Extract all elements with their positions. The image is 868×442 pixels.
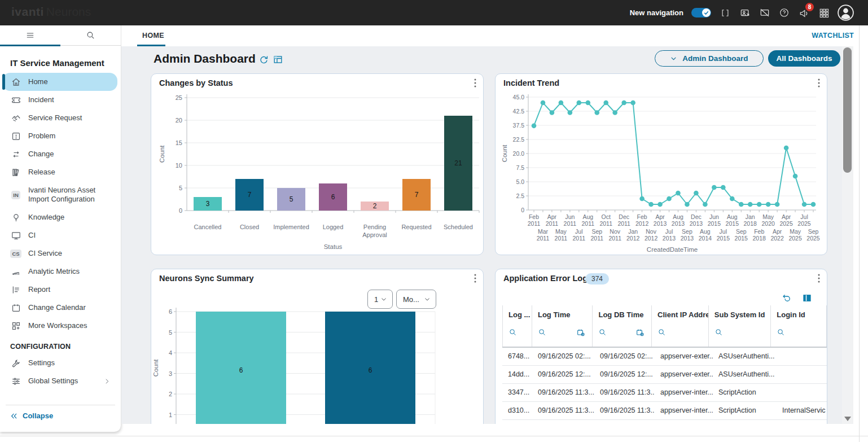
column-search-icon[interactable] xyxy=(508,328,517,338)
column-header[interactable]: Log DB Time xyxy=(593,305,652,347)
sidebar-item-knowledge[interactable]: Knowledge xyxy=(2,208,117,226)
menu-hamburger-icon[interactable] xyxy=(0,25,60,45)
sidebar-item-global-settings[interactable]: Global Settings xyxy=(2,372,117,390)
refresh-dashboard-icon[interactable] xyxy=(258,54,270,65)
sidebar-item-release[interactable]: Release xyxy=(2,163,117,181)
sidebar-item-label: Global Settings xyxy=(28,377,81,386)
sidebar-item-change-calendar[interactable]: Change Calendar xyxy=(2,299,117,317)
sidebar-search-icon[interactable] xyxy=(60,25,121,45)
sidebar-item-ivanti-neurons-asset-import-configuration[interactable]: INIvanti Neurons Asset Import Configurat… xyxy=(2,181,117,208)
watchlist-link[interactable]: WATCHLIST xyxy=(812,32,854,40)
sidebar-item-ci[interactable]: CI xyxy=(2,226,117,244)
column-chooser-icon[interactable] xyxy=(802,293,813,304)
card-menu-icon[interactable] xyxy=(471,273,480,284)
table-row[interactable] xyxy=(502,420,827,425)
sidebar-item-more-workspaces[interactable]: More Workspaces xyxy=(2,317,117,335)
sidebar-item-label: Release xyxy=(28,168,59,177)
sidebar-item-label: Ivanti Neurons Asset Import Configuratio… xyxy=(28,186,117,204)
svg-text:Aug: Aug xyxy=(727,213,738,220)
sidebar-item-problem[interactable]: Problem xyxy=(2,127,117,145)
sidebar-item-ci-service[interactable]: CSCI Service xyxy=(2,244,117,262)
svg-text:Jul: Jul xyxy=(800,213,808,220)
user-avatar[interactable] xyxy=(838,5,854,21)
table-cell: appserver-inter... xyxy=(655,406,713,414)
svg-text:2012: 2012 xyxy=(645,235,658,242)
column-header-label: Log Time xyxy=(538,310,571,319)
fullscreen-icon[interactable] xyxy=(719,7,731,19)
scrollbar-thumb[interactable] xyxy=(843,47,852,173)
table-cell: ScriptAction xyxy=(713,388,777,396)
app-grid-icon[interactable] xyxy=(818,7,830,19)
svg-text:20: 20 xyxy=(176,117,182,124)
logo-neurons: Neurons xyxy=(46,5,91,18)
column-header[interactable]: Sub System Id xyxy=(709,305,771,347)
sidebar-item-settings[interactable]: Settings xyxy=(2,354,117,372)
card-menu-icon[interactable] xyxy=(471,77,480,89)
svg-text:Sep: Sep xyxy=(682,228,692,235)
svg-text:2011: 2011 xyxy=(617,220,630,227)
sidebar-item-label: Settings xyxy=(28,358,58,367)
sidebar-collapse-button[interactable]: Collapse xyxy=(10,412,53,420)
column-search-icon[interactable] xyxy=(714,328,723,338)
svg-text:2011: 2011 xyxy=(528,220,541,227)
column-header-label: Sub System Id xyxy=(714,310,765,319)
scrollbar-down-arrow[interactable] xyxy=(844,417,851,421)
svg-text:Requested: Requested xyxy=(401,224,431,230)
sidebar-item-label: Change Calendar xyxy=(28,303,89,312)
table-cell: 09/16/2025 12:... xyxy=(532,370,594,378)
table-cell: 3347... xyxy=(502,388,532,396)
table-cell: 14dd... xyxy=(502,370,532,378)
table-row[interactable]: 3347...09/16/2025 11:3...09/16/2025 11:3… xyxy=(502,384,827,402)
column-header[interactable]: Log ... xyxy=(503,305,532,347)
announcements-icon[interactable]: 8 xyxy=(798,7,810,19)
window-scrollbar-gutter xyxy=(859,25,868,442)
svg-text:Jul: Jul xyxy=(575,228,582,235)
table-row[interactable]: d310...09/16/2025 11:3...09/16/2025 11:3… xyxy=(502,402,827,420)
sidebar-item-label: Service Request xyxy=(28,113,85,122)
column-date-filter-icon[interactable] xyxy=(635,328,645,339)
table-row[interactable]: 14dd...09/16/2025 12:...09/16/2025 12:..… xyxy=(502,366,827,384)
sidebar-item-incident[interactable]: Incident xyxy=(2,91,117,109)
svg-text:2015: 2015 xyxy=(717,235,730,242)
table-row[interactable]: 6748...09/16/2025 02:...09/16/2025 02:..… xyxy=(502,348,827,366)
sidebar-items: HomeIncidentService RequestProblemChange… xyxy=(0,73,121,335)
column-date-filter-icon[interactable] xyxy=(576,328,585,339)
card-menu-icon[interactable] xyxy=(814,77,823,89)
dashboard-selector-button[interactable]: Admin Dashboard xyxy=(655,50,764,67)
sidebar-item-change[interactable]: Change xyxy=(2,145,117,163)
dashboard-layout-icon[interactable] xyxy=(273,54,284,65)
svg-text:May: May xyxy=(762,213,774,220)
sidebar-item-home[interactable]: Home xyxy=(2,73,117,91)
svg-text:5: 5 xyxy=(290,195,293,203)
table-cell: ScriptAction xyxy=(713,406,777,414)
all-dashboards-button[interactable]: All Dashboards xyxy=(768,50,840,67)
reset-table-icon[interactable] xyxy=(782,293,793,304)
column-search-icon[interactable] xyxy=(598,328,607,338)
sidebar-item-report[interactable]: Report xyxy=(2,281,117,299)
sidebar-item-service-request[interactable]: Service Request xyxy=(2,109,117,127)
column-search-icon[interactable] xyxy=(777,328,785,338)
column-search-icon[interactable] xyxy=(538,328,546,338)
remote-session-icon[interactable] xyxy=(739,7,751,19)
sidebar-config-items: SettingsGlobal Settings xyxy=(0,354,121,390)
column-header[interactable]: Client IP Address xyxy=(652,305,709,347)
top-navigation-bar: ivantiNeurons New navigation 8 xyxy=(0,0,868,25)
table-cell: appserver-inter... xyxy=(655,388,713,396)
column-header[interactable]: Log Time xyxy=(532,305,593,347)
card-menu-icon[interactable] xyxy=(814,273,823,284)
card-title: Neurons Sync Summary xyxy=(159,274,254,283)
column-search-icon[interactable] xyxy=(657,328,666,338)
changes-by-status-chart: 05101520253Cancelled7Closed5Implemented6… xyxy=(151,91,484,255)
new-navigation-toggle[interactable] xyxy=(691,8,711,17)
svg-text:Feb: Feb xyxy=(529,213,539,220)
tab-home[interactable]: HOME xyxy=(142,32,164,40)
svg-text:0: 0 xyxy=(521,207,524,213)
table-cell: ASUserAuthenti... xyxy=(713,352,777,360)
help-icon[interactable] xyxy=(778,7,790,19)
svg-text:2025: 2025 xyxy=(779,220,793,227)
column-header[interactable]: Login Id xyxy=(771,305,827,347)
screen-share-off-icon[interactable] xyxy=(759,7,770,19)
vertical-scrollbar[interactable] xyxy=(842,46,853,424)
sidebar-item-analytic-metrics[interactable]: Analytic Metrics xyxy=(2,262,117,281)
svg-text:10: 10 xyxy=(176,162,182,169)
